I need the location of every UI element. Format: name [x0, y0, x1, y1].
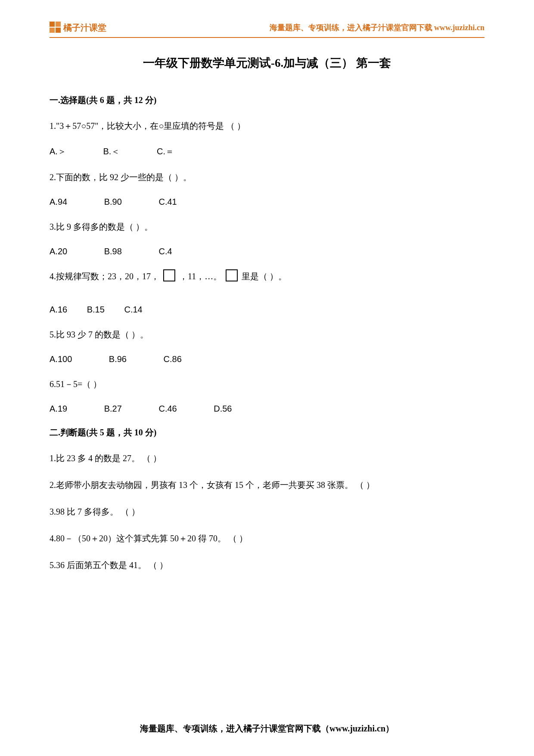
page-header: 橘子汁课堂 海量题库、专项训练，进入橘子汁课堂官网下载 www.juzizhi.… — [50, 22, 484, 38]
blank-box-icon — [226, 269, 238, 281]
question-5-text: 5.比 93 少 7 的数是（ ）。 — [50, 328, 484, 341]
header-tagline: 海量题库、专项训练，进入橘子汁课堂官网下载 www.juzizhi.cn — [270, 22, 485, 33]
q5-option-a: A.100 — [50, 354, 72, 364]
q4-option-c: C.14 — [124, 305, 142, 315]
question-1-text: 1."3＋57○57"，比较大小，在○里应填的符号是 （ ） — [50, 119, 484, 133]
q2-option-b: B.90 — [104, 197, 122, 207]
judge-2: 2.老师带小朋友去动物园，男孩有 13 个，女孩有 15 个，老师一共要买 38… — [50, 478, 484, 492]
q3-option-a: A.20 — [50, 247, 67, 256]
q2-option-c: C.41 — [158, 197, 177, 207]
q5-option-c: C.86 — [164, 354, 182, 364]
question-4-text: 4.按规律写数；23，20，17， ，11，…。 里是（ ）。 — [50, 269, 484, 283]
logo-icon — [50, 22, 62, 34]
q2-option-a: A.94 — [50, 197, 67, 207]
q4-suffix: 里是（ ）。 — [242, 272, 287, 281]
question-6-options: A.19 B.27 C.46 D.56 — [50, 404, 484, 414]
question-1-options: A.＞ B.＜ C.＝ — [50, 146, 484, 157]
judge-1: 1.比 23 多 4 的数是 27。 （ ） — [50, 451, 484, 465]
blank-box-icon — [163, 269, 175, 281]
question-5-options: A.100 B.96 C.86 — [50, 354, 484, 364]
judge-4: 4.80－（50＋20）这个算式先算 50＋20 得 70。 （ ） — [50, 531, 484, 545]
q1-option-a: A.＞ — [50, 146, 66, 157]
question-2-options: A.94 B.90 C.41 — [50, 197, 484, 207]
logo-block: 橘子汁课堂 — [50, 22, 106, 34]
q6-option-d: D.56 — [214, 404, 232, 414]
q1-option-b: B.＜ — [103, 146, 120, 157]
question-4-options: A.16 B.15 C.14 — [50, 305, 484, 315]
judge-5: 5.36 后面第五个数是 41。 （ ） — [50, 558, 484, 572]
q6-option-a: A.19 — [50, 404, 67, 414]
document-title: 一年级下册数学单元测试-6.加与减（三） 第一套 — [50, 55, 484, 71]
q4-option-b: B.15 — [87, 305, 105, 315]
question-3-text: 3.比 9 多得多的数是（ ）。 — [50, 220, 484, 234]
q6-option-c: C.46 — [158, 404, 177, 414]
q5-option-b: B.96 — [109, 354, 127, 364]
q1-option-c: C.＝ — [157, 146, 174, 157]
logo-text: 橘子汁课堂 — [63, 22, 106, 34]
page-container: 橘子汁课堂 海量题库、专项训练，进入橘子汁课堂官网下载 www.juzizhi.… — [0, 0, 534, 602]
q4-mid: ，11，…。 — [179, 272, 222, 281]
section-1-heading: 一.选择题(共 6 题，共 12 分) — [50, 94, 484, 106]
page-footer: 海量题库、专项训练，进入橘子汁课堂官网下载（www.juzizhi.cn） — [0, 723, 534, 734]
section-2-heading: 二.判断题(共 5 题，共 10 分) — [50, 427, 484, 438]
q4-option-a: A.16 — [50, 305, 67, 315]
q4-prefix: 4.按规律写数；23，20，17， — [50, 272, 159, 281]
question-6-text: 6.51－5=（ ） — [50, 377, 484, 391]
judge-3: 3.98 比 7 多得多。 （ ） — [50, 505, 484, 519]
question-2-text: 2.下面的数，比 92 少一些的是（ ）。 — [50, 170, 484, 184]
question-3-options: A.20 B.98 C.4 — [50, 247, 484, 256]
q3-option-c: C.4 — [158, 247, 172, 256]
q6-option-b: B.27 — [104, 404, 122, 414]
q3-option-b: B.98 — [104, 247, 122, 256]
